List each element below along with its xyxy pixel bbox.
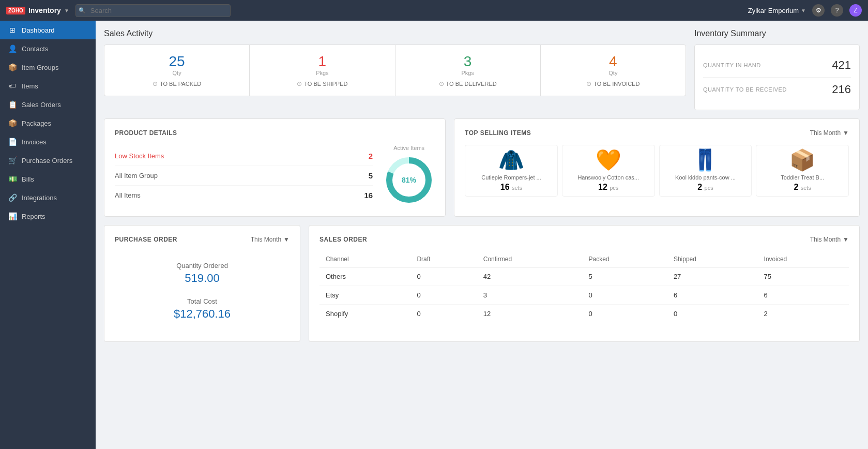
po-filter[interactable]: This Month ▼ [251, 236, 290, 243]
col-packed: Packed [583, 251, 667, 267]
shipped-unit: Pkgs [258, 70, 386, 76]
all-items-label: All Items [115, 191, 141, 199]
packed-unit: Qty [113, 70, 241, 76]
purchase-order-panel: PURCHASE ORDER This Month ▼ Quantity Ord… [104, 225, 300, 342]
search-input[interactable] [75, 4, 231, 17]
po-stats: Quantity Ordered 519.00 Total Cost $12,7… [115, 251, 290, 331]
sidebar-item-purchase-orders[interactable]: 🛒 Purchase Orders [0, 151, 96, 170]
sidebar-label-invoices: Invoices [22, 138, 47, 146]
sidebar-item-sales-orders[interactable]: 📋 Sales Orders [0, 95, 96, 114]
top-item-0[interactable]: 🧥 Cutiepie Rompers-jet ... 16 sets [465, 145, 558, 197]
donut-label: Active Items [393, 145, 424, 151]
col-shipped: Shipped [667, 251, 758, 267]
contacts-icon: 👤 [8, 44, 17, 53]
po-quantity: Quantity Ordered 519.00 [115, 262, 290, 285]
delivered-label: ⊙ TO BE DELIVERED [404, 80, 532, 87]
cell-invoiced: 2 [758, 305, 849, 323]
org-selector[interactable]: Zylkar Emporium ▼ [748, 7, 806, 14]
avatar[interactable]: Z [849, 4, 862, 17]
so-header: SALES ORDER This Month ▼ [319, 236, 849, 243]
activity-card-packed[interactable]: 25 Qty ⊙ TO BE PACKED [104, 45, 250, 96]
so-title: SALES ORDER [319, 236, 367, 243]
sidebar-item-invoices[interactable]: 📄 Invoices [0, 132, 96, 151]
donut-center-text: 81% [402, 176, 417, 184]
top-items-grid: 🧥 Cutiepie Rompers-jet ... 16 sets 🧡 Han… [465, 145, 849, 197]
sidebar-item-bills[interactable]: 💵 Bills [0, 170, 96, 188]
top-item-1[interactable]: 🧡 Hanswooly Cotton cas... 12 pcs [562, 145, 655, 197]
po-title: PURCHASE ORDER [115, 236, 177, 243]
product-stats: Low Stock Items 2 All Item Group 5 All I… [115, 146, 373, 205]
purchase-orders-icon: 🛒 [8, 156, 17, 164]
top-item-name-3: Toddler Treat B... [760, 174, 844, 181]
po-quantity-value: 519.00 [115, 272, 290, 285]
top-item-img-3: 📦 [760, 149, 844, 170]
cell-shipped: 6 [667, 286, 758, 305]
sales-activity-title: Sales Activity [104, 29, 686, 38]
cell-shipped: 0 [667, 305, 758, 323]
sidebar-item-reports[interactable]: 📊 Reports [0, 207, 96, 226]
org-dropdown-icon: ▼ [801, 8, 806, 13]
activity-cards: 25 Qty ⊙ TO BE PACKED 1 Pkgs ⊙ TO BE SHI… [104, 44, 686, 96]
activity-card-delivered[interactable]: 3 Pkgs ⊙ TO BE DELIVERED [395, 45, 541, 96]
po-header: PURCHASE ORDER This Month ▼ [115, 236, 290, 243]
dashboard-icon: ⊞ [8, 26, 17, 34]
sidebar-item-packages[interactable]: 📦 Packages [0, 114, 96, 132]
sidebar-item-contacts[interactable]: 👤 Contacts [0, 39, 96, 58]
cell-confirmed: 12 [477, 305, 583, 323]
sidebar-item-item-groups[interactable]: 📦 Item Groups [0, 58, 96, 77]
all-groups-label: All Item Group [115, 172, 158, 179]
inventory-summary-card: QUANTITY IN HAND 421 QUANTITY TO BE RECE… [694, 44, 860, 110]
delivered-unit: Pkgs [404, 70, 532, 76]
top-item-count-1: 12 pcs [567, 183, 650, 192]
settings-icon[interactable]: ⚙ [812, 4, 825, 17]
reports-icon: 📊 [8, 212, 17, 220]
cell-draft: 0 [410, 286, 477, 305]
product-details-header: PRODUCT DETAILS [115, 129, 435, 137]
invoiced-label: ⊙ TO BE INVOICED [549, 80, 677, 87]
inventory-summary-panel: Inventory Summary QUANTITY IN HAND 421 Q… [694, 29, 860, 110]
top-item-name-1: Hanswooly Cotton cas... [567, 174, 650, 181]
help-icon[interactable]: ? [831, 4, 843, 17]
top-item-count-2: 2 pcs [664, 183, 748, 192]
app-dropdown-icon[interactable]: ▼ [64, 8, 69, 13]
activity-card-invoiced[interactable]: 4 Qty ⊙ TO BE INVOICED [541, 45, 686, 96]
all-items-value: 16 [364, 191, 373, 200]
po-quantity-label: Quantity Ordered [115, 262, 290, 270]
search-bar[interactable] [75, 4, 231, 17]
sidebar-item-dashboard[interactable]: ⊞ Dashboard [0, 21, 96, 39]
delivered-icon: ⊙ [439, 80, 444, 87]
top-item-count-3: 2 sets [760, 183, 844, 192]
cell-packed: 5 [583, 267, 667, 286]
sales-order-table: Channel Draft Confirmed Packed Shipped I… [319, 251, 849, 323]
po-cost-label: Total Cost [115, 297, 290, 305]
cell-shipped: 27 [667, 267, 758, 286]
delivered-number: 3 [404, 53, 532, 70]
stat-row-all-groups: All Item Group 5 [115, 166, 373, 186]
packed-icon: ⊙ [153, 80, 158, 87]
col-channel: Channel [319, 251, 410, 267]
activity-card-shipped[interactable]: 1 Pkgs ⊙ TO BE SHIPPED [250, 45, 395, 96]
zoho-logo: ZOHO [6, 7, 25, 14]
stat-row-low-stock[interactable]: Low Stock Items 2 [115, 146, 373, 166]
sales-order-panel: SALES ORDER This Month ▼ Channel Draft C… [309, 225, 860, 342]
shipped-number: 1 [258, 53, 386, 70]
shipped-icon: ⊙ [297, 80, 302, 87]
sidebar-item-items[interactable]: 🏷 Items [0, 77, 96, 95]
inventory-summary-title: Inventory Summary [694, 29, 860, 38]
shipped-label: ⊙ TO BE SHIPPED [258, 80, 386, 87]
cell-channel: Shopify [319, 305, 410, 323]
donut-chart: 81% [383, 154, 435, 206]
top-item-2[interactable]: 👖 Kool kiddo pants-cow ... 2 pcs [659, 145, 752, 197]
sidebar-item-integrations[interactable]: 🔗 Integrations [0, 188, 96, 207]
col-invoiced: Invoiced [758, 251, 849, 267]
top-item-3[interactable]: 📦 Toddler Treat B... 2 sets [756, 145, 849, 197]
top-selling-filter[interactable]: This Month ▼ [810, 129, 849, 137]
org-name: Zylkar Emporium [748, 7, 799, 14]
so-filter[interactable]: This Month ▼ [810, 236, 849, 243]
sidebar-label-reports: Reports [22, 213, 45, 220]
inv-receive-value: 216 [832, 83, 851, 96]
so-filter-icon: ▼ [843, 236, 849, 243]
inv-row-hand: QUANTITY IN HAND 421 [703, 53, 851, 78]
sidebar-label-purchase-orders: Purchase Orders [22, 157, 72, 164]
app-name: Inventory [28, 6, 61, 14]
